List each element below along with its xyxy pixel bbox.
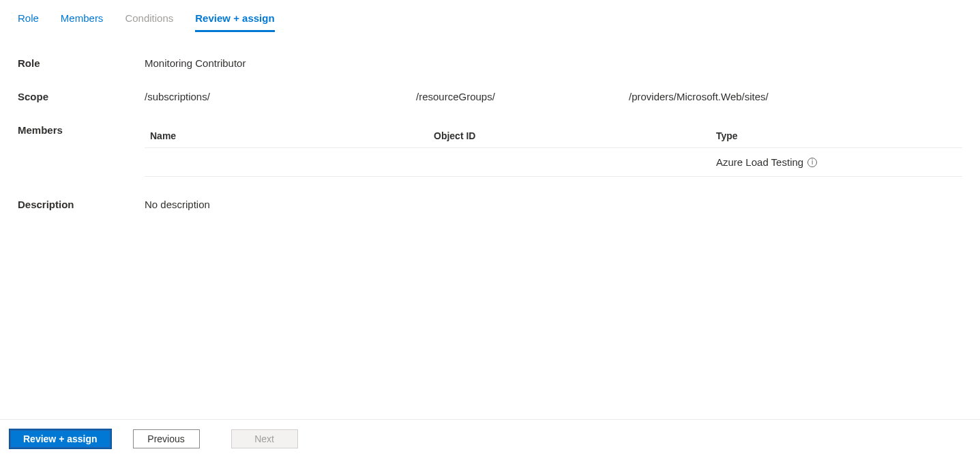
- col-header-name[interactable]: Name: [150, 130, 434, 141]
- next-button: Next: [231, 429, 298, 448]
- row-description: Description No description: [18, 199, 962, 210]
- label-members: Members: [18, 124, 145, 177]
- row-members: Members Name Object ID Type Azure Load T…: [18, 124, 962, 177]
- col-header-object-id[interactable]: Object ID: [434, 130, 716, 141]
- members-table-wrap: Name Object ID Type Azure Load Testing i: [145, 124, 962, 177]
- scope-subscriptions: /subscriptions/: [145, 91, 416, 102]
- tab-conditions: Conditions: [125, 12, 173, 32]
- label-description: Description: [18, 199, 145, 210]
- tab-members[interactable]: Members: [61, 12, 104, 32]
- footer-bar: Review + assign Previous Next: [0, 419, 980, 458]
- value-scope: /subscriptions/ /resourceGroups/ /provid…: [145, 91, 962, 102]
- review-content: Role Monitoring Contributor Scope /subsc…: [0, 33, 980, 210]
- row-scope: Scope /subscriptions/ /resourceGroups/ /…: [18, 91, 962, 102]
- scope-providers: /providers/Microsoft.Web/sites/: [629, 91, 769, 102]
- row-role: Role Monitoring Contributor: [18, 57, 962, 69]
- members-table-header: Name Object ID Type: [145, 124, 962, 148]
- cell-type-text: Azure Load Testing: [716, 156, 803, 168]
- col-header-type[interactable]: Type: [716, 130, 957, 141]
- value-role: Monitoring Contributor: [145, 57, 962, 69]
- cell-type: Azure Load Testing i: [716, 156, 957, 168]
- value-description: No description: [145, 199, 962, 210]
- members-table: Name Object ID Type Azure Load Testing i: [145, 124, 962, 177]
- tab-role[interactable]: Role: [18, 12, 39, 32]
- label-scope: Scope: [18, 91, 145, 102]
- tab-review-assign[interactable]: Review + assign: [195, 12, 274, 32]
- review-assign-button[interactable]: Review + assign: [10, 429, 111, 448]
- label-role: Role: [18, 57, 145, 69]
- scope-resourcegroups: /resourceGroups/: [416, 91, 629, 102]
- table-row: Azure Load Testing i: [145, 148, 962, 177]
- tab-bar: Role Members Conditions Review + assign: [0, 0, 980, 33]
- info-icon[interactable]: i: [807, 158, 817, 167]
- previous-button[interactable]: Previous: [133, 429, 200, 448]
